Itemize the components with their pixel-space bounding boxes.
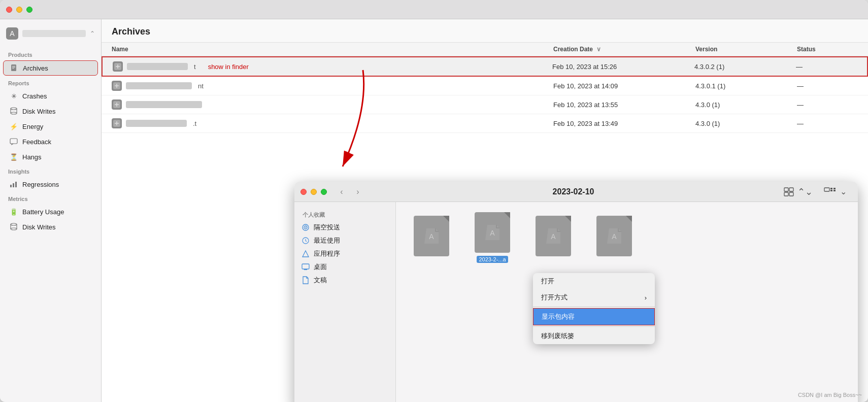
finder-sidebar-item-apps[interactable]: 应用程序 <box>294 247 395 260</box>
app-row-icon <box>113 61 123 72</box>
forward-button[interactable]: › <box>352 186 363 197</box>
archive-file-1[interactable]: A <box>406 212 457 263</box>
back-button[interactable]: ‹ <box>336 186 347 197</box>
version-cell-1: 4.3.0.2 (1) <box>694 63 796 71</box>
sidebar-item-regressions[interactable]: Regressions <box>3 177 98 191</box>
col-status[interactable]: Status <box>797 46 858 53</box>
svg-text:A: A <box>551 232 556 241</box>
sidebar-item-feedback[interactable]: Feedback <box>3 135 98 149</box>
sort-view-button[interactable]: ⌃⌄ <box>797 186 813 197</box>
finder-maximize-button[interactable] <box>321 189 327 195</box>
date-cell-4: Feb 10, 2023 at 13:49 <box>553 120 695 127</box>
finder-sidebar-item-airdrop[interactable]: 隔空投送 <box>294 221 395 234</box>
doc-icon <box>10 63 19 73</box>
sidebar-item-battery-usage[interactable]: 🔋 Battery Usage <box>3 205 98 219</box>
sidebar-item-disk-writes-metrics[interactable]: Disk Writes <box>3 220 98 234</box>
close-button[interactable] <box>6 7 12 13</box>
app-row-icon <box>112 81 122 91</box>
sidebar-item-energy[interactable]: ⚡ Energy <box>3 119 98 133</box>
context-menu-item-show-contents[interactable]: 显示包内容 <box>533 308 655 325</box>
sidebar-section-reports: Reports <box>0 76 101 88</box>
blurred-name-1 <box>127 63 188 70</box>
finder-titlebar: ‹ › 2023-02-10 ⌃⌄ ⌄ <box>294 182 858 202</box>
finder-close-button[interactable] <box>301 189 307 195</box>
grid-view-button[interactable] <box>783 187 794 197</box>
finder-sidebar-item-desktop[interactable]: 桌面 <box>294 260 395 274</box>
date-cell-3: Feb 10, 2023 at 13:55 <box>553 101 695 109</box>
large-grid-button[interactable] <box>824 187 837 197</box>
context-menu-separator-2 <box>533 326 655 327</box>
svg-point-4 <box>11 108 17 110</box>
file-icon-img-2: A <box>475 212 510 253</box>
app-icon: A <box>6 27 18 40</box>
table-row[interactable]: Feb 10, 2023 at 13:55 4.3.0 (1) — <box>102 95 868 114</box>
list-view-chevron[interactable]: ⌄ <box>840 187 847 196</box>
app-selector[interactable]: A ⌃ <box>0 24 101 43</box>
svg-point-16 <box>11 228 17 230</box>
svg-rect-9 <box>10 139 17 144</box>
finder-sidebar: 个人收藏 隔空投送 最近使用 <box>294 202 396 402</box>
recent-label: 最近使用 <box>314 236 340 245</box>
col-version[interactable]: Version <box>695 46 797 53</box>
version-cell-2: 4.3.0.1 (1) <box>695 82 797 90</box>
desktop-label: 桌面 <box>314 262 327 272</box>
blurred-name-4 <box>126 120 187 127</box>
svg-text:A: A <box>429 232 434 241</box>
archive-file-4[interactable]: A <box>589 212 640 263</box>
finder-sidebar-item-documents[interactable]: 文稿 <box>294 274 395 287</box>
col-name[interactable]: Name <box>112 46 553 53</box>
svg-rect-24 <box>784 192 788 196</box>
table-row[interactable]: nt Feb 10, 2023 at 14:09 4.3.0.1 (1) — <box>102 77 868 95</box>
battery-usage-label: Battery Usage <box>22 208 64 216</box>
archive-file-2[interactable]: A 2023-2-...a <box>467 212 518 263</box>
name-suffix-4: .t <box>193 120 196 127</box>
sidebar-item-archives[interactable]: Archives <box>3 60 98 76</box>
table-row[interactable]: t show in finder Feb 10, 2023 at 15:26 4… <box>102 56 868 77</box>
file-icon-img-3: A <box>536 216 571 256</box>
finder-sidebar-item-recent[interactable]: 最近使用 <box>294 234 395 247</box>
svg-point-8 <box>11 112 17 114</box>
window-body: A ⌃ Products Archives Reports <box>0 19 868 402</box>
hourglass-icon: ⏳ <box>9 152 18 161</box>
context-menu-item-open-with[interactable]: 打开方式 › <box>533 289 655 306</box>
name-suffix-1: t <box>194 63 196 71</box>
sidebar: A ⌃ Products Archives Reports <box>0 19 102 402</box>
context-menu-item-open[interactable]: 打开 <box>533 273 655 289</box>
table-row[interactable]: .t Feb 10, 2023 at 13:49 4.3.0 (1) — <box>102 114 868 133</box>
sidebar-item-hangs[interactable]: ⏳ Hangs <box>3 150 98 164</box>
airdrop-label: 隔空投送 <box>314 223 340 232</box>
date-cell-2: Feb 10, 2023 at 14:09 <box>553 82 695 90</box>
sidebar-section-products: Products <box>0 48 101 60</box>
date-cell-1: Feb 10, 2023 at 15:26 <box>552 63 694 71</box>
row-name-cell: nt <box>112 81 553 91</box>
chevron-icon: ⌃ <box>90 30 95 37</box>
status-cell-1: — <box>796 63 857 71</box>
maximize-button[interactable] <box>26 7 32 13</box>
svg-rect-0 <box>11 64 16 71</box>
svg-rect-25 <box>789 192 793 196</box>
apps-label: 应用程序 <box>314 249 340 258</box>
col-date[interactable]: Creation Date ∨ <box>553 46 695 53</box>
submenu-arrow-icon: › <box>645 294 647 302</box>
finder-minimize-button[interactable] <box>311 189 317 195</box>
finder-nav: ‹ › 2023-02-10 ⌃⌄ ⌄ <box>331 186 852 197</box>
finder-sidebar-section-favorites: 个人收藏 <box>294 207 395 221</box>
svg-point-33 <box>305 227 306 228</box>
minimize-button[interactable] <box>16 7 22 13</box>
sidebar-section-insights: Insights <box>0 164 101 177</box>
svg-rect-3 <box>12 68 14 69</box>
version-cell-3: 4.3.0 (1) <box>695 101 797 109</box>
finder-title: 2023-02-10 <box>369 187 778 196</box>
status-cell-2: — <box>797 82 858 90</box>
sidebar-item-crashes[interactable]: ✳ Crashes <box>3 89 98 103</box>
cylinder-icon <box>9 107 18 116</box>
context-menu-item-trash[interactable]: 移到废纸篓 <box>533 328 655 344</box>
page-title: Archives <box>112 26 858 37</box>
airdrop-icon <box>302 223 310 231</box>
svg-rect-30 <box>833 190 836 191</box>
version-cell-4: 4.3.0 (1) <box>695 120 797 127</box>
sidebar-item-disk-writes[interactable]: Disk Writes <box>3 104 98 118</box>
archive-file-3[interactable]: A <box>528 212 579 263</box>
content-header: Archives <box>102 19 868 43</box>
cylinder2-icon <box>9 222 18 231</box>
